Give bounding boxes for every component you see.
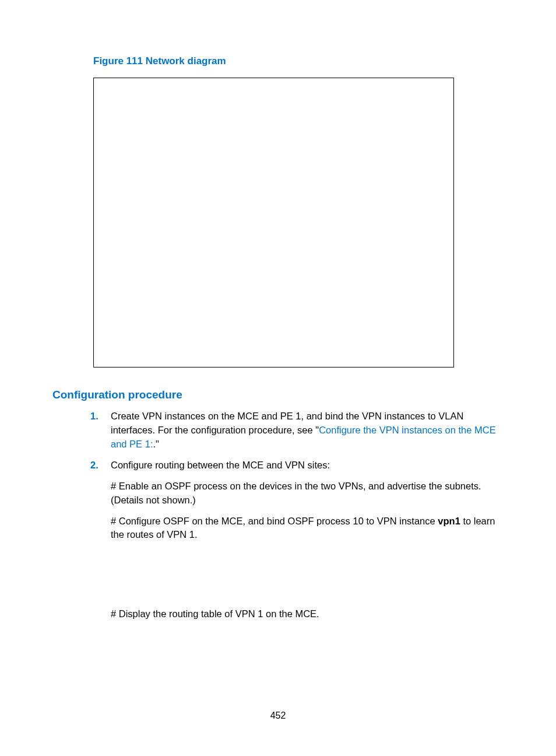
step-2-intro: Configure routing between the MCE and VP… (111, 459, 504, 473)
figure-caption: Figure 111 Network diagram (93, 55, 504, 67)
step-2-p3: # Display the routing table of VPN 1 on … (111, 607, 504, 621)
step-1-suffix: ." (153, 439, 159, 449)
step-2-number: 2. (90, 459, 98, 473)
page-number: 452 (0, 710, 556, 721)
step-2-p2: # Configure OSPF on the MCE, and bind OS… (111, 514, 504, 542)
step-2-p1: # Enable an OSPF process on the devices … (111, 480, 504, 508)
step-1: 1. Create VPN instances on the MCE and P… (90, 410, 504, 452)
step-2-p2-bold: vpn1 (438, 516, 460, 526)
step-2: 2. Configure routing between the MCE and… (90, 459, 504, 622)
step-1-text: Create VPN instances on the MCE and PE 1… (111, 410, 504, 452)
procedure-list: 1. Create VPN instances on the MCE and P… (52, 410, 504, 621)
step-1-number: 1. (90, 410, 98, 424)
blank-space (111, 549, 504, 607)
page: Figure 111 Network diagram Configuration… (0, 0, 556, 756)
step-2-p2-prefix: # Configure OSPF on the MCE, and bind OS… (111, 516, 438, 526)
network-diagram-placeholder (93, 78, 454, 368)
section-heading: Configuration procedure (52, 388, 504, 401)
